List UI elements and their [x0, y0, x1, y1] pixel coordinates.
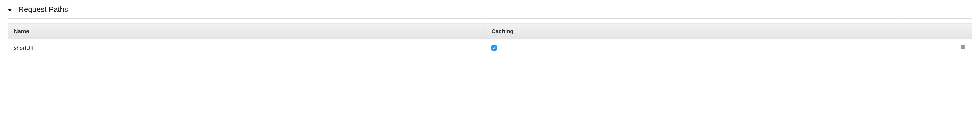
book-icon[interactable]: [960, 44, 966, 51]
check-icon: [492, 46, 496, 50]
section-header[interactable]: Request Paths: [8, 5, 972, 19]
column-header-caching[interactable]: Caching: [485, 24, 900, 39]
column-header-name[interactable]: Name: [8, 24, 485, 39]
section-title: Request Paths: [18, 5, 68, 14]
table-row: shortUrl: [8, 39, 972, 57]
cell-actions: [900, 39, 972, 57]
cell-name: shortUrl: [8, 39, 485, 57]
column-header-actions: [900, 24, 972, 39]
svg-rect-0: [961, 49, 965, 50]
caret-down-icon: [8, 9, 12, 11]
caching-checkbox[interactable]: [491, 45, 497, 51]
request-paths-table: Name Caching shortUrl: [8, 23, 972, 57]
cell-caching: [485, 39, 900, 57]
table-header-row: Name Caching: [8, 24, 972, 39]
